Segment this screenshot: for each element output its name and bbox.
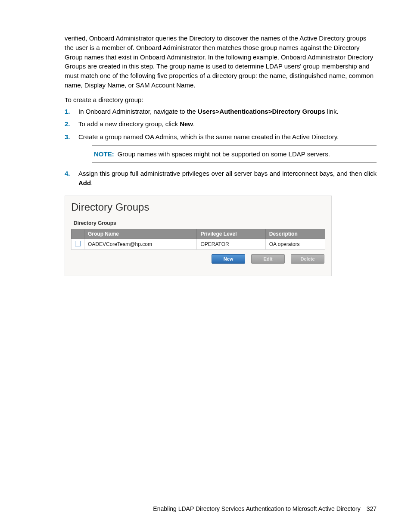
- delete-button[interactable]: Delete: [291, 254, 324, 264]
- step-text: Create a group named OA Admins, which is…: [78, 132, 377, 142]
- panel-subtitle: Directory Groups: [74, 220, 325, 226]
- directory-groups-panel: Directory Groups Directory Groups Group …: [65, 196, 332, 276]
- col-description: Description: [265, 229, 325, 239]
- bold-text: New: [180, 120, 193, 128]
- footer-title: Enabling LDAP Directory Services Authent…: [153, 505, 360, 512]
- directory-groups-table: Group Name Privilege Level Description O…: [71, 229, 325, 250]
- col-group-name: Group Name: [84, 229, 197, 239]
- new-button[interactable]: New: [212, 254, 245, 264]
- step-text: To add a new directory group, click New.: [78, 119, 377, 129]
- text-fragment: .: [193, 120, 195, 128]
- text-fragment: link.: [325, 108, 339, 115]
- cell-description: OA operators: [265, 239, 325, 249]
- step-number: 4.: [65, 169, 78, 178]
- note-block: NOTE:Group names with spaces might not b…: [92, 145, 377, 163]
- step-number: 3.: [65, 132, 78, 142]
- cell-group-name: OADEVCoreTeam@hp.com: [84, 239, 197, 249]
- step-number: 2.: [65, 119, 78, 129]
- text-fragment: .: [91, 179, 93, 187]
- step-3: 3. Create a group named OA Admins, which…: [65, 132, 377, 142]
- note-text: Group names with spaces might not be sup…: [118, 150, 330, 158]
- step-2: 2. To add a new directory group, click N…: [65, 119, 377, 129]
- page-footer: Enabling LDAP Directory Services Authent…: [153, 505, 377, 512]
- button-row: New Edit Delete: [71, 254, 325, 264]
- step-text: In Onboard Administrator, navigate to th…: [78, 107, 377, 116]
- col-checkbox: [72, 229, 84, 239]
- note-label: NOTE:: [94, 150, 114, 158]
- edit-button[interactable]: Edit: [251, 254, 285, 264]
- row-checkbox[interactable]: [75, 241, 81, 246]
- table-row: OADEVCoreTeam@hp.com OPERATOR OA operato…: [72, 239, 325, 249]
- page-number: 327: [367, 505, 377, 512]
- text-fragment: In Onboard Administrator, navigate to th…: [78, 108, 198, 115]
- step-number: 1.: [65, 107, 78, 116]
- text-fragment: To add a new directory group, click: [78, 120, 180, 128]
- text-fragment: Assign this group full administrative pr…: [78, 170, 377, 177]
- intro-paragraph: verified, Onboard Administrator queries …: [65, 34, 377, 90]
- panel-title: Directory Groups: [71, 201, 325, 213]
- lead-line: To create a directory group:: [65, 96, 377, 103]
- bold-text: Add: [78, 179, 91, 187]
- step-text: Assign this group full administrative pr…: [78, 169, 377, 188]
- bold-text: Users>Authentications>Directory Groups: [198, 108, 325, 115]
- cell-privilege: OPERATOR: [197, 239, 265, 249]
- step-1: 1. In Onboard Administrator, navigate to…: [65, 107, 377, 116]
- step-4: 4. Assign this group full administrative…: [65, 169, 377, 188]
- col-privilege-level: Privilege Level: [197, 229, 265, 239]
